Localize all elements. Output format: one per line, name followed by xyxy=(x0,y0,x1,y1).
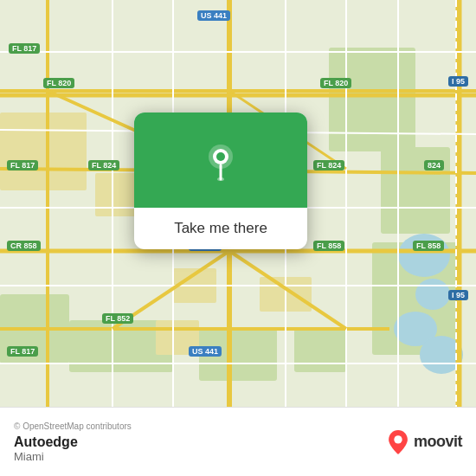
road-label-fl817-mid: FL 817 xyxy=(7,160,38,170)
popup-header xyxy=(134,113,307,208)
moovit-logo[interactable]: moovit xyxy=(386,430,462,454)
location-popup[interactable]: Take me there xyxy=(134,113,307,249)
svg-rect-7 xyxy=(294,329,346,372)
road-label-i95-bottom: I 95 xyxy=(448,290,468,300)
svg-point-14 xyxy=(415,279,450,310)
road-label-fl824-right: FL 824 xyxy=(313,160,344,170)
road-label-fl852: FL 852 xyxy=(102,313,133,324)
svg-point-43 xyxy=(217,177,224,181)
road-label-fl824-mid: FL 824 xyxy=(88,160,119,170)
road-label-us441-bottom: US 441 xyxy=(189,346,222,357)
svg-rect-1 xyxy=(329,48,415,151)
road-label-824: 824 xyxy=(424,160,444,170)
svg-point-42 xyxy=(216,152,225,161)
moovit-pin-icon xyxy=(386,430,410,454)
svg-rect-8 xyxy=(0,113,87,190)
road-label-fl858-right: FL 858 xyxy=(313,241,344,251)
road-label-i95-top: I 95 xyxy=(448,76,468,87)
take-me-there-button[interactable]: Take me there xyxy=(134,208,307,249)
map: US 441 FL 817 FL 820 FL 820 I 95 FL 817 … xyxy=(0,0,476,407)
map-attribution: © OpenStreetMap contributors xyxy=(14,421,132,431)
place-name: Autoedge xyxy=(14,434,132,450)
place-city: Miami xyxy=(14,450,132,463)
road-label-fl820-left: FL 820 xyxy=(43,78,74,88)
road-label-cr858: CR 858 xyxy=(7,241,41,251)
road-label-fl817-tl: FL 817 xyxy=(9,43,40,54)
road-label-fl858-far: FL 858 xyxy=(413,241,444,251)
place-info: © OpenStreetMap contributors Autoedge Mi… xyxy=(14,421,132,463)
moovit-brand-text: moovit xyxy=(414,433,462,451)
road-label-fl820-right: FL 820 xyxy=(320,78,351,88)
location-pin-icon xyxy=(200,139,241,181)
road-label-us441-top: US 441 xyxy=(197,10,230,21)
road-label-fl817-bottom: FL 817 xyxy=(7,346,38,357)
svg-point-44 xyxy=(394,435,402,443)
bottom-bar: © OpenStreetMap contributors Autoedge Mi… xyxy=(0,407,476,476)
